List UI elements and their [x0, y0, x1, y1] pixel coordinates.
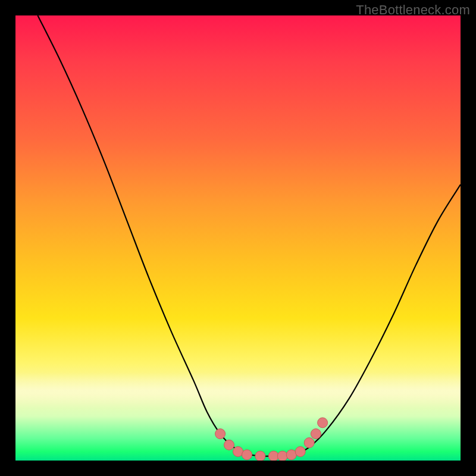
curve-marker [277, 451, 287, 461]
curve-marker [242, 450, 252, 460]
curve-marker [224, 440, 234, 450]
chart-frame: TheBottleneck.com [0, 0, 476, 476]
curve-marker [311, 429, 321, 439]
curve-marker [215, 429, 226, 439]
curve-marker [318, 418, 328, 428]
watermark-text: TheBottleneck.com [356, 2, 470, 18]
plot-area [15, 15, 461, 461]
curve-marker [304, 438, 314, 448]
curve-marker [295, 447, 305, 457]
bottleneck-curve [37, 15, 461, 456]
curve-marker [255, 451, 265, 461]
curve-marker [268, 451, 278, 461]
bottleneck-curve-svg [15, 15, 461, 461]
curve-marker [233, 447, 243, 457]
curve-markers [215, 418, 328, 461]
